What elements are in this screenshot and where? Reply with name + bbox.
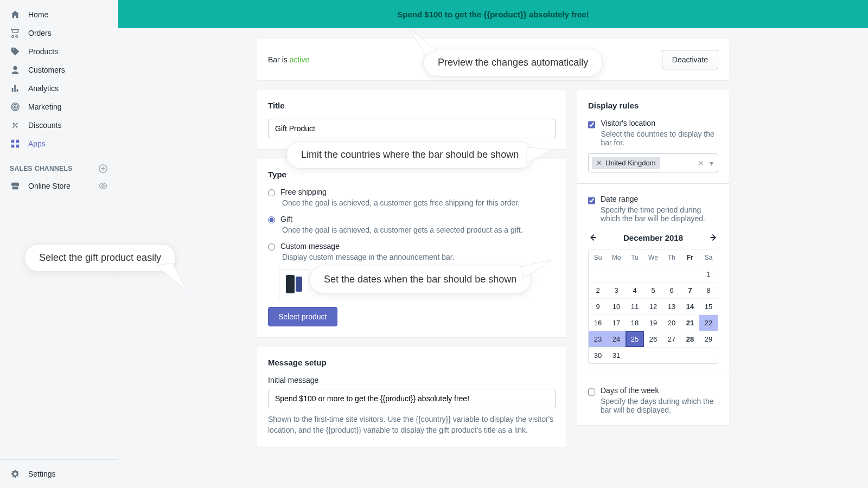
main-area: Bar is active Deactivate Title Type Free… <box>118 28 868 488</box>
sidebar-item-settings[interactable]: Settings <box>0 459 118 488</box>
calendar-day[interactable]: 1 <box>699 266 718 282</box>
sidebar-item-label: Customers <box>28 66 65 74</box>
calendar-day[interactable]: 12 <box>644 298 662 314</box>
calendar-day[interactable]: 25 <box>626 331 644 347</box>
checkbox-days-of-week[interactable] <box>588 388 595 396</box>
radio-free-shipping[interactable] <box>268 189 275 196</box>
clear-select-icon[interactable]: ✕ <box>698 159 704 168</box>
calendar-day[interactable]: 23 <box>589 331 607 347</box>
calendar-empty <box>644 266 662 282</box>
calendar-day[interactable]: 5 <box>644 282 662 298</box>
checkbox-date-range[interactable] <box>588 196 595 205</box>
sidebar-item-analytics[interactable]: Analytics <box>0 79 118 98</box>
calendar-day[interactable]: 22 <box>699 314 718 331</box>
calendar-day[interactable]: 21 <box>681 314 699 331</box>
remove-tag-icon[interactable]: ✕ <box>596 159 602 167</box>
next-month-icon[interactable] <box>709 233 718 242</box>
rule-date-range[interactable]: Date range Specify the time period durin… <box>588 195 718 223</box>
days-of-week-help: Specify the days during which the bar wi… <box>601 397 718 414</box>
calendar-day[interactable]: 27 <box>662 331 681 347</box>
calendar-day[interactable]: 26 <box>644 331 662 347</box>
sidebar-item-label: Products <box>28 47 58 56</box>
callout-gift: Select the gift product easily <box>24 244 176 272</box>
sidebar-item-customers[interactable]: Customers <box>0 61 118 79</box>
svg-marker-3 <box>526 147 553 163</box>
message-card: Message setup Initial message Shown to t… <box>257 347 566 447</box>
calendar-day[interactable]: 18 <box>626 314 644 331</box>
radio-custom[interactable] <box>268 243 275 251</box>
calendar-day[interactable]: 11 <box>626 298 644 314</box>
settings-label: Settings <box>28 470 56 478</box>
sidebar-item-online-store[interactable]: Online Store <box>0 177 118 195</box>
calendar-day[interactable]: 8 <box>699 282 718 298</box>
deactivate-button[interactable]: Deactivate <box>662 50 718 69</box>
calendar-day[interactable]: 3 <box>607 282 626 298</box>
calendar-day[interactable]: 17 <box>607 314 626 331</box>
prev-month-icon[interactable] <box>588 233 598 242</box>
calendar-day[interactable]: 6 <box>662 282 681 298</box>
rule-days-of-week[interactable]: Days of the week Specify the days during… <box>588 386 718 414</box>
initial-message-input[interactable] <box>268 389 556 408</box>
calendar-empty <box>644 347 662 363</box>
checkbox-location[interactable] <box>588 120 595 129</box>
select-product-button[interactable]: Select product <box>268 307 337 326</box>
discounts-icon <box>10 120 21 131</box>
sidebar-item-label: Marketing <box>28 102 61 111</box>
products-icon <box>10 46 21 57</box>
marketing-icon <box>10 101 21 112</box>
calendar-day[interactable]: 30 <box>589 347 607 363</box>
calendar-month: December 2018 <box>623 233 683 242</box>
calendar-dow: Sa <box>699 249 718 266</box>
add-channel-icon[interactable] <box>98 164 108 174</box>
calendar-day[interactable]: 15 <box>699 298 718 314</box>
title-input[interactable] <box>268 119 556 138</box>
view-store-icon[interactable] <box>98 181 108 191</box>
title-heading: Title <box>268 101 556 110</box>
calendar-day[interactable]: 24 <box>607 331 626 347</box>
display-rules-heading: Display rules <box>588 101 718 110</box>
custom-help: Display custom message in the announceme… <box>282 253 556 261</box>
sidebar-item-home[interactable]: Home <box>0 5 118 24</box>
sidebar-item-apps[interactable]: Apps <box>0 134 118 153</box>
type-custom[interactable]: Custom message <box>268 242 556 251</box>
calendar-day[interactable]: 28 <box>681 331 699 347</box>
calendar-day[interactable]: 4 <box>626 282 644 298</box>
customers-icon <box>10 65 21 75</box>
calendar-empty <box>681 266 699 282</box>
country-select[interactable]: ✕ United Kingdom ✕ ▾ <box>588 153 718 172</box>
calendar-day[interactable]: 2 <box>589 282 607 298</box>
calendar-day[interactable]: 14 <box>681 298 699 314</box>
status-text: Bar is active <box>268 55 309 64</box>
apps-icon <box>10 138 21 149</box>
type-free-shipping[interactable]: Free shipping <box>268 188 556 196</box>
sidebar-item-orders[interactable]: Orders <box>0 24 118 42</box>
calendar-day[interactable]: 9 <box>589 298 607 314</box>
sidebar-item-label: Home <box>28 10 48 19</box>
type-gift[interactable]: Gift <box>268 215 556 223</box>
radio-gift[interactable] <box>268 216 275 223</box>
calendar-day[interactable]: 31 <box>607 347 626 363</box>
sidebar-item-label: Orders <box>28 29 52 37</box>
calendar-day[interactable]: 13 <box>662 298 681 314</box>
days-of-week-label: Days of the week <box>601 386 718 395</box>
calendar-day[interactable]: 29 <box>699 331 718 347</box>
rule-visitor-location[interactable]: Visitor's location Select the countries … <box>588 119 718 147</box>
date-range-help: Specify the time period during which the… <box>601 206 718 223</box>
type-heading: Type <box>268 170 556 179</box>
sidebar-item-discounts[interactable]: Discounts <box>0 116 118 134</box>
location-label: Visitor's location <box>601 119 718 127</box>
dropdown-icon[interactable]: ▾ <box>710 159 713 168</box>
calendar-day[interactable]: 7 <box>681 282 699 298</box>
sidebar-item-marketing[interactable]: Marketing <box>0 98 118 116</box>
calendar-day[interactable]: 16 <box>589 314 607 331</box>
sidebar-item-products[interactable]: Products <box>0 42 118 61</box>
calendar-empty <box>681 347 699 363</box>
sidebar-item-label: Discounts <box>28 121 61 130</box>
orders-icon <box>10 28 21 38</box>
announcement-text: Spend $100 to get the {{product}} absolu… <box>397 10 589 19</box>
calendar-day[interactable]: 19 <box>644 314 662 331</box>
date-range-label: Date range <box>601 195 718 203</box>
calendar-day[interactable]: 10 <box>607 298 626 314</box>
calendar-day[interactable]: 20 <box>662 314 681 331</box>
svg-marker-5 <box>156 263 186 290</box>
